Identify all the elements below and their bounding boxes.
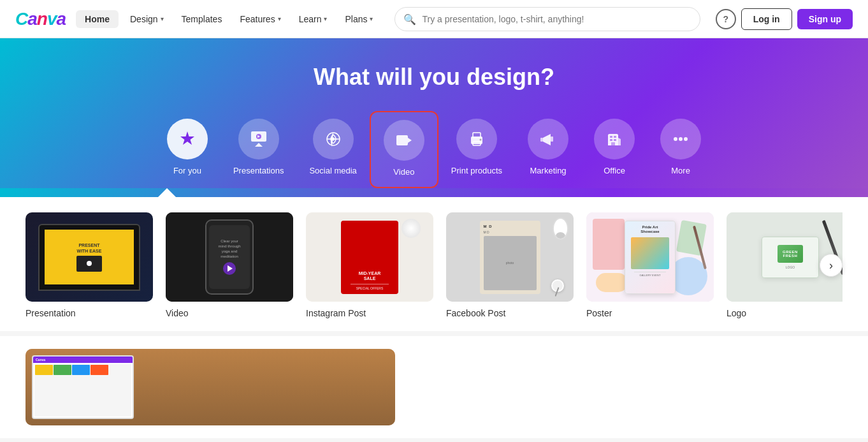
card-presentation[interactable]: PRESENT WITH EASE Presentation <box>25 212 153 318</box>
login-button[interactable]: Log in <box>741 8 792 30</box>
social-media-icon <box>323 129 344 149</box>
hero-title: What will you design? <box>13 64 855 91</box>
design-nav-link[interactable]: Design ▾ <box>124 10 170 28</box>
svg-rect-11 <box>551 136 553 142</box>
presentations-label: Presentations <box>233 166 284 175</box>
section-divider <box>0 331 868 336</box>
card-presentation-thumb: PRESENT WITH EASE <box>25 212 153 302</box>
marketing-icon <box>538 129 558 149</box>
card-presentation-label: Presentation <box>25 308 153 318</box>
home-button[interactable]: Home <box>76 10 119 28</box>
cards-next-button[interactable]: › <box>820 254 843 277</box>
search-icon: 🔍 <box>403 13 416 25</box>
search-input[interactable] <box>394 7 700 31</box>
help-button[interactable]: ? <box>716 9 736 29</box>
hero-banner: What will you design? For you Presentat <box>0 38 868 188</box>
category-row: For you Presentations <box>13 111 855 188</box>
svg-rect-13 <box>610 136 612 138</box>
card-facebook-post-label: Facebook Post <box>446 308 574 318</box>
presentations-icon <box>249 129 269 149</box>
svg-point-18 <box>674 137 677 141</box>
social-media-icon-wrap <box>313 119 354 159</box>
cards-row: PRESENT WITH EASE Presentation <box>25 212 843 318</box>
card-facebook-post[interactable]: M D M D photo <box>446 212 574 318</box>
card-video-thumb: Clear yourmind throughyoga andmeditation <box>166 212 293 302</box>
card-video-label: Video <box>166 308 293 318</box>
signup-button[interactable]: Sign up <box>797 9 853 29</box>
svg-marker-6 <box>408 138 412 143</box>
templates-nav-link[interactable]: Templates <box>175 10 229 28</box>
card-facebook-thumb: M D M D photo <box>446 212 574 302</box>
svg-rect-16 <box>614 139 616 141</box>
video-icon-wrap <box>384 120 424 161</box>
features-chevron-icon: ▾ <box>278 15 281 22</box>
print-products-icon <box>467 129 487 149</box>
search-bar: 🔍 <box>394 7 700 31</box>
for-you-icon <box>177 129 198 149</box>
print-products-label: Print products <box>451 166 502 175</box>
svg-rect-17 <box>611 142 615 145</box>
category-marketing[interactable]: Marketing <box>515 111 581 188</box>
category-more[interactable]: More <box>647 111 714 188</box>
card-poster-label: Poster <box>586 308 714 318</box>
more-icon-wrap <box>660 119 701 159</box>
card-video[interactable]: Clear yourmind throughyoga andmeditation… <box>166 212 293 318</box>
category-presentations[interactable]: Presentations <box>221 111 297 188</box>
office-icon <box>604 129 625 149</box>
svg-rect-15 <box>610 139 612 141</box>
for-you-icon-wrap <box>167 119 208 159</box>
bottom-preview: Canva <box>25 349 395 425</box>
marketing-icon-wrap <box>528 119 568 159</box>
content-section: PRESENT WITH EASE Presentation <box>0 197 868 331</box>
office-label: Office <box>604 166 625 175</box>
bottom-laptop-mockup: Canva <box>32 355 134 419</box>
navbar: Canva Home Design ▾ Templates Features ▾… <box>0 0 868 38</box>
video-icon <box>394 130 414 151</box>
plans-chevron-icon: ▾ <box>370 15 373 22</box>
learn-chevron-icon: ▾ <box>324 15 327 22</box>
card-poster-thumb: Pride ArtShowcase GALLERY EVENT <box>586 212 714 302</box>
bottom-section: Canva <box>0 336 868 438</box>
plans-nav-link[interactable]: Plans ▾ <box>338 10 379 28</box>
more-label: More <box>671 166 690 175</box>
features-nav-link[interactable]: Features ▾ <box>233 10 287 28</box>
office-icon-wrap <box>594 119 635 159</box>
svg-rect-12 <box>540 138 543 142</box>
svg-rect-5 <box>396 135 408 145</box>
svg-point-10 <box>479 139 481 141</box>
more-icon <box>670 129 691 149</box>
canva-logo[interactable]: Canva <box>15 9 66 29</box>
design-chevron-icon: ▾ <box>161 15 164 22</box>
category-print-products[interactable]: Print products <box>438 111 515 188</box>
learn-nav-link[interactable]: Learn ▾ <box>293 10 334 28</box>
category-social-media[interactable]: Social media <box>296 111 369 188</box>
video-label: Video <box>393 167 414 177</box>
card-instagram-post-label: Instagram Post <box>306 308 433 318</box>
card-logo-label: Logo <box>727 308 843 318</box>
print-products-icon-wrap <box>456 119 497 159</box>
svg-marker-1 <box>255 143 263 147</box>
category-video[interactable]: Video <box>370 111 438 188</box>
social-media-label: Social media <box>309 166 356 175</box>
marketing-label: Marketing <box>530 166 567 175</box>
category-for-you[interactable]: For you <box>154 111 221 188</box>
for-you-label: For you <box>173 166 201 175</box>
svg-rect-14 <box>614 136 616 138</box>
card-instagram-thumb: MID-YEARSALE SPECIAL OFFERS <box>306 212 433 302</box>
svg-point-20 <box>684 137 688 141</box>
card-instagram-post[interactable]: MID-YEARSALE SPECIAL OFFERS Instagram Po… <box>306 212 433 318</box>
card-poster[interactable]: Pride ArtShowcase GALLERY EVENT Poster <box>586 212 714 318</box>
svg-point-19 <box>679 137 683 141</box>
presentations-icon-wrap <box>238 119 279 159</box>
category-office[interactable]: Office <box>581 111 647 188</box>
